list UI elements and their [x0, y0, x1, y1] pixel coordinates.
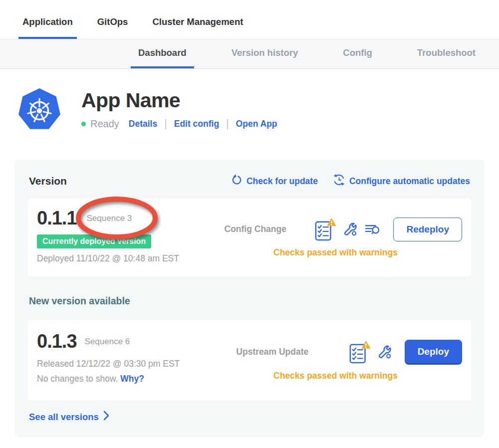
open-app-link[interactable]: Open App [236, 119, 277, 129]
new-version-source-label: Upstream Update [209, 347, 336, 357]
kubernetes-logo-icon [17, 87, 61, 135]
why-link[interactable]: Why? [120, 374, 144, 384]
deployed-timestamp: Deployed 11/10/22 @ 10:48 am EST [37, 253, 209, 264]
chevron-right-icon [103, 411, 109, 423]
redeploy-button[interactable]: Redeploy [393, 218, 462, 241]
edit-config-wrench-icon[interactable] [378, 345, 392, 359]
refresh-icon [231, 174, 243, 188]
current-version-card: 0.1.1 Sequence 3 Currently deployed vers… [28, 199, 471, 276]
divider [227, 119, 228, 129]
new-version-sequence: Sequence 6 [85, 337, 130, 347]
tab-troubleshoot[interactable]: Troubleshoot [410, 39, 483, 68]
see-all-versions-link[interactable]: See all versions [29, 411, 109, 423]
version-section-title: Version [29, 175, 67, 187]
new-checks-status: Checks passed with warnings [209, 371, 462, 381]
no-changes-text: No changes to show. [37, 374, 118, 384]
top-tab-cluster-management[interactable]: Cluster Management [148, 16, 247, 39]
top-tab-application[interactable]: Application [18, 16, 77, 39]
deploy-button[interactable]: Deploy [405, 340, 462, 365]
current-version-source-label: Config Change [209, 224, 301, 234]
edit-config-link[interactable]: Edit config [174, 119, 219, 129]
auto-update-clock-icon [333, 174, 345, 189]
top-nav: Application GitOps Cluster Management [0, 0, 499, 39]
top-tab-gitops[interactable]: GitOps [93, 16, 132, 39]
app-sub-nav: Dashboard Version history Config Trouble… [0, 39, 499, 69]
current-checks-status: Checks passed with warnings [209, 247, 462, 258]
configure-automatic-updates-label: Configure automatic updates [349, 176, 470, 187]
released-timestamp: Released 12/12/22 @ 03:30 pm EST [37, 359, 209, 369]
new-version-number: 0.1.3 [37, 331, 77, 353]
tab-version-history[interactable]: Version history [224, 39, 306, 68]
divider [165, 119, 166, 129]
current-version-number: 0.1.1 [37, 208, 77, 229]
current-version-sequence: Sequence 3 [87, 214, 132, 224]
page-title: App Name [81, 89, 277, 112]
preflight-checks-icon[interactable] [314, 218, 336, 241]
details-link[interactable]: Details [129, 119, 157, 129]
view-diff-files-icon[interactable] [365, 223, 380, 236]
preflight-checks-icon[interactable] [349, 340, 371, 364]
check-for-update-button[interactable]: Check for update [231, 174, 318, 189]
check-for-update-label: Check for update [247, 176, 318, 187]
tab-dashboard[interactable]: Dashboard [131, 39, 194, 68]
status-badge: Ready [90, 118, 119, 130]
tab-config[interactable]: Config [335, 39, 380, 68]
edit-config-wrench-icon[interactable] [344, 223, 357, 236]
version-panel: Version Check for update [15, 160, 484, 437]
see-all-versions-label: See all versions [29, 412, 99, 423]
configure-automatic-updates-button[interactable]: Configure automatic updates [333, 174, 470, 189]
currently-deployed-badge: Currently deployed version [37, 234, 151, 248]
new-version-card: 0.1.3 Sequence 6 Released 12/12/22 @ 03:… [28, 320, 471, 401]
new-version-available-heading: New version available [29, 295, 470, 307]
status-dot [81, 122, 86, 126]
app-header: App Name Ready Details Edit config Open … [17, 87, 499, 135]
